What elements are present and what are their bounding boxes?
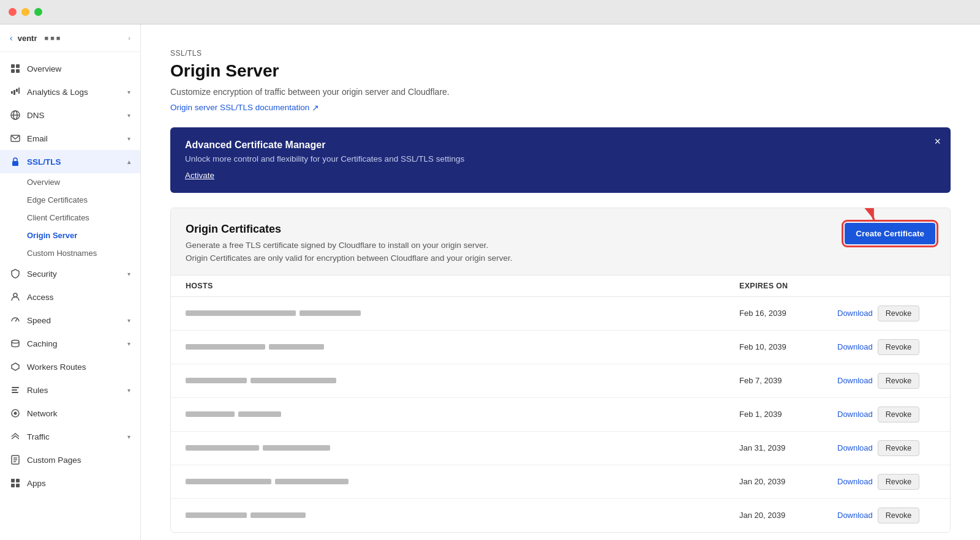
revoke-button[interactable]: Revoke — [878, 440, 919, 456]
sidebar: ‹ ventr ■ ■ ■ › Overview Analytics & Log… — [0, 24, 141, 540]
sidebar-item-rules[interactable]: Rules ▾ — [0, 378, 140, 402]
sidebar-item-speed[interactable]: Speed ▾ — [0, 309, 140, 332]
cert-card-description: Generate a free TLS certificate signed b… — [186, 241, 513, 250]
revoke-button[interactable]: Revoke — [878, 407, 919, 422]
svg-rect-14 — [12, 389, 17, 391]
host-redacted-1 — [186, 310, 296, 316]
cert-actions-cell: DownloadRevoke — [837, 440, 935, 456]
cert-host-cell — [186, 512, 739, 518]
table-row: Feb 1, 2039DownloadRevoke — [171, 398, 950, 432]
cert-card-title: Origin Certificates — [186, 223, 513, 236]
banner-activate-link[interactable]: Activate — [185, 171, 214, 180]
host-redacted-1 — [186, 411, 235, 417]
rules-icon — [10, 384, 21, 396]
custom-pages-icon — [10, 454, 21, 465]
sidebar-item-ssl-overview[interactable]: Overview — [27, 173, 140, 191]
sidebar-item-analytics-logs[interactable]: Analytics & Logs ▾ — [0, 80, 140, 103]
sidebar-dns-label: DNS — [27, 111, 121, 120]
sidebar-overview-label: Overview — [27, 64, 130, 73]
download-link[interactable]: Download — [837, 443, 873, 452]
fullscreen-button[interactable] — [34, 8, 42, 16]
host-redacted-2 — [300, 310, 361, 316]
close-button[interactable] — [9, 8, 17, 16]
sidebar-item-custom-pages[interactable]: Custom Pages — [0, 448, 140, 471]
cert-actions-cell: DownloadRevoke — [837, 373, 935, 389]
sidebar-item-dns[interactable]: DNS ▾ — [0, 103, 140, 127]
sidebar-item-client-certificates[interactable]: Client Certificates — [27, 209, 140, 227]
host-redacted-1 — [186, 378, 247, 383]
expires-header: Expires On — [739, 282, 837, 290]
cert-expires-cell: Feb 10, 2039 — [739, 342, 837, 351]
cert-card-header: Origin Certificates Generate a free TLS … — [171, 208, 950, 276]
sidebar-item-traffic[interactable]: Traffic ▾ — [0, 425, 140, 448]
sidebar-item-apps[interactable]: Apps — [0, 471, 140, 495]
lock-icon — [10, 156, 21, 167]
svg-rect-13 — [12, 387, 19, 388]
download-link[interactable]: Download — [837, 376, 873, 385]
sidebar-item-origin-server[interactable]: Origin Server — [27, 227, 140, 244]
speed-icon — [10, 315, 21, 326]
revoke-button[interactable]: Revoke — [878, 339, 919, 355]
table-row: Jan 31, 2039DownloadRevoke — [171, 432, 950, 465]
sidebar-item-workers-routes[interactable]: Workers Routes — [0, 355, 140, 378]
revoke-button[interactable]: Revoke — [878, 508, 919, 523]
sidebar-back[interactable]: ‹ ventr ■ ■ ■ › — [0, 24, 140, 52]
certificates-table: Hosts Expires On Feb 16, 2039DownloadRev… — [171, 276, 950, 532]
email-icon — [10, 133, 21, 144]
svg-rect-25 — [16, 484, 20, 487]
revoke-button[interactable]: Revoke — [878, 474, 919, 490]
sidebar-ssl-label: SSL/TLS — [27, 157, 121, 167]
sidebar-speed-label: Speed — [27, 316, 121, 325]
sidebar-item-ssl-tls[interactable]: SSL/TLS ▴ — [0, 150, 140, 173]
download-link[interactable]: Download — [837, 410, 873, 419]
cert-host-cell — [186, 445, 739, 451]
download-link[interactable]: Download — [837, 342, 873, 351]
table-row: Jan 20, 2039DownloadRevoke — [171, 499, 950, 532]
traffic-lights — [9, 8, 42, 16]
apps-icon — [10, 478, 21, 489]
page-title: Origin Server — [170, 61, 951, 81]
create-certificate-button[interactable]: Create Certificate — [845, 223, 935, 244]
grid-icon — [10, 63, 21, 74]
revoke-button[interactable]: Revoke — [878, 373, 919, 389]
sidebar-item-access[interactable]: Access — [0, 285, 140, 309]
sidebar-item-network[interactable]: Network — [0, 402, 140, 425]
chevron-right-icon: › — [128, 34, 130, 42]
chevron-down-icon-rules: ▾ — [127, 387, 130, 394]
minimize-button[interactable] — [21, 8, 29, 16]
sidebar-navigation: Overview Analytics & Logs ▾ DNS ▾ — [0, 52, 140, 540]
download-link[interactable]: Download — [837, 511, 873, 520]
sidebar-item-overview[interactable]: Overview — [0, 57, 140, 80]
sidebar-item-caching[interactable]: Caching ▾ — [0, 332, 140, 355]
sidebar-item-security[interactable]: Security ▾ — [0, 262, 140, 285]
chevron-down-icon-email: ▾ — [127, 135, 130, 142]
caching-icon — [10, 338, 21, 349]
svg-rect-15 — [12, 392, 18, 393]
chevron-down-icon-caching: ▾ — [127, 340, 130, 347]
host-redacted-1 — [186, 479, 271, 484]
download-link[interactable]: Download — [837, 309, 873, 318]
dns-icon — [10, 110, 21, 121]
host-redacted-1 — [186, 512, 247, 518]
doc-link[interactable]: Origin server SSL/TLS documentation ↗ — [170, 103, 319, 113]
back-arrow-icon: ‹ — [10, 33, 13, 43]
download-link[interactable]: Download — [837, 477, 873, 486]
page-breadcrumb: SSL/TLS — [170, 49, 951, 58]
origin-certificates-card: Origin Certificates Generate a free TLS … — [170, 208, 951, 533]
sidebar-item-edge-certificates[interactable]: Edge Certificates — [27, 191, 140, 209]
actions-header — [837, 282, 935, 290]
cert-actions-cell: DownloadRevoke — [837, 306, 935, 321]
revoke-button[interactable]: Revoke — [878, 306, 919, 321]
chevron-up-icon: ▴ — [127, 159, 130, 165]
cert-host-cell — [186, 310, 739, 316]
sidebar-item-custom-hostnames[interactable]: Custom Hostnames — [27, 244, 140, 262]
svg-rect-22 — [11, 479, 15, 482]
sidebar-item-email[interactable]: Email ▾ — [0, 127, 140, 150]
banner-close-button[interactable]: × — [934, 136, 941, 147]
svg-rect-3 — [16, 69, 20, 73]
cert-expires-cell: Jan 20, 2039 — [739, 477, 837, 486]
main-content: SSL/TLS Origin Server Customize encrypti… — [141, 24, 980, 540]
sidebar-caching-label: Caching — [27, 339, 121, 348]
svg-line-10 — [15, 319, 17, 321]
cert-expires-cell: Feb 16, 2039 — [739, 309, 837, 318]
